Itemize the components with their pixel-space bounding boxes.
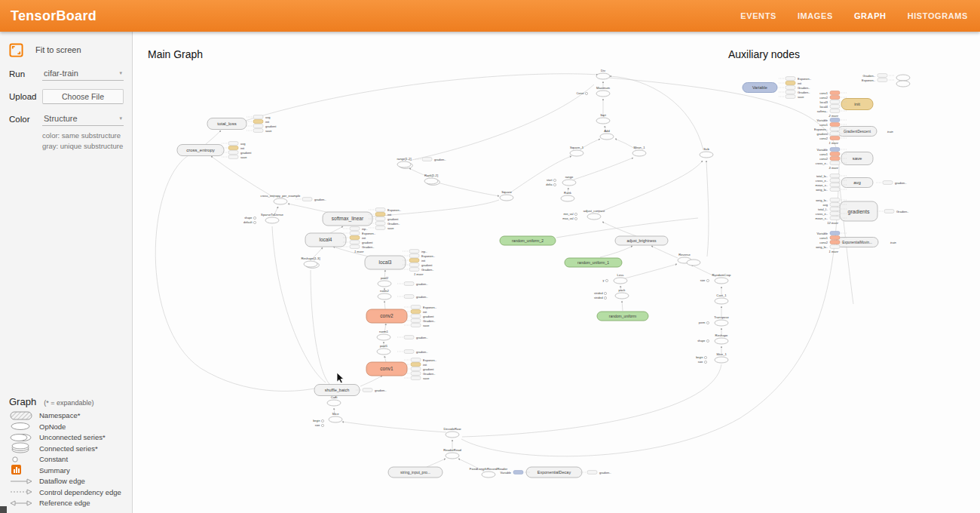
graph-op-div[interactable]: Div bbox=[596, 69, 610, 80]
choose-file-button[interactable]: Choose File bbox=[42, 89, 124, 104]
svg-text:Transpose: Transpose bbox=[714, 315, 729, 319]
graph-node-conv1[interactable]: conv1 bbox=[366, 362, 407, 376]
graph-node-exponentialdecay[interactable]: ExponentialDecay bbox=[526, 467, 582, 478]
svg-text:ExponentialMovin...: ExponentialMovin... bbox=[842, 241, 871, 244]
graph-node-init[interactable]: init bbox=[841, 99, 873, 110]
graph-node-string-input-pro-[interactable]: string_input_pro... bbox=[388, 467, 443, 478]
graph-op-transpose[interactable]: Transpose bbox=[714, 315, 729, 327]
graph-op-cross-entropy-per-example[interactable]: cross_entropy_per_example bbox=[261, 194, 302, 205]
graph-node-exponentialmovin-[interactable]: ExponentialMovin... bbox=[836, 238, 878, 247]
graph-const-begin[interactable]: begin bbox=[313, 419, 323, 422]
graph-op-decoderaw[interactable]: DecodeRaw bbox=[444, 427, 462, 438]
graph-node-avg[interactable]: avg bbox=[841, 178, 873, 188]
graph-node-gradientdescent[interactable]: GradientDescent bbox=[838, 127, 877, 137]
nav-tab-histograms[interactable]: HISTOGRAMS bbox=[908, 11, 968, 20]
graph-op-pool1[interactable]: pool1 bbox=[377, 344, 390, 355]
graph-op-square-1[interactable]: Square_1 bbox=[570, 146, 584, 157]
graph-const-shape[interactable]: shape bbox=[244, 217, 256, 220]
graph-op-rank[interactable]: Rank bbox=[561, 191, 574, 202]
graph-op-norm1[interactable]: norm1 bbox=[377, 330, 390, 341]
svg-text:conv1: conv1 bbox=[819, 152, 828, 156]
run-select[interactable]: cifar-train ▾ bbox=[42, 67, 124, 81]
graph-op-sub[interactable]: Sub bbox=[700, 147, 713, 158]
graph-op-pack[interactable]: pack bbox=[615, 288, 629, 300]
graph-op-randomcrop[interactable]: RandomCrop bbox=[712, 273, 732, 284]
svg-text:Div: Div bbox=[601, 69, 606, 72]
graph-node-cross-entropy[interactable]: cross_entropy bbox=[177, 145, 224, 156]
graph-op-reshape[interactable]: Reshape bbox=[715, 333, 728, 345]
svg-text:Maximum: Maximum bbox=[596, 86, 611, 90]
graph-const-size[interactable]: size bbox=[698, 361, 707, 364]
graph-op[interactable] bbox=[687, 260, 700, 266]
svg-text:Slice: Slice bbox=[332, 412, 339, 416]
graph-edge bbox=[462, 364, 721, 437]
color-select[interactable]: Structure ▾ bbox=[42, 112, 124, 126]
graph-const-delta[interactable]: delta bbox=[546, 183, 556, 186]
svg-text:train: train bbox=[890, 241, 897, 244]
graph-op-slice[interactable]: Slice bbox=[329, 412, 342, 423]
graph-op-reshape-1-3-[interactable]: Reshape[1-3] bbox=[301, 256, 320, 269]
graph-const-size[interactable]: size bbox=[315, 424, 324, 427]
graph-const-begin[interactable]: begin bbox=[696, 356, 706, 359]
graph-op-norm2[interactable]: norm2 bbox=[378, 289, 391, 300]
graph-op-range[interactable]: range bbox=[562, 175, 576, 186]
graph-node-total-loss[interactable]: total_loss bbox=[207, 118, 247, 130]
graph-node-random-uniform-2[interactable]: random_uniform_2 bbox=[500, 236, 556, 245]
graph-op-maximum[interactable]: Maximum bbox=[596, 86, 611, 97]
graph-node-local3[interactable]: local3 bbox=[365, 256, 406, 269]
graph-op-mean-1[interactable]: Mean_1 bbox=[632, 146, 646, 157]
graph-op-rank-1-2-[interactable]: Rank[1-2] bbox=[424, 174, 439, 186]
nav-tab-images[interactable]: IMAGES bbox=[798, 11, 833, 20]
graph-const-strided[interactable]: strided bbox=[594, 296, 607, 300]
graph-const-strided[interactable]: strided bbox=[594, 292, 607, 295]
nav-tab-events[interactable]: EVENTS bbox=[740, 11, 776, 20]
graph-node-adjust-brightness[interactable]: adjust_brightness bbox=[615, 236, 668, 245]
graph-node-shuffle-batch[interactable]: shuffle_batch bbox=[314, 385, 360, 396]
svg-text:y: y bbox=[603, 279, 605, 282]
graph-const-perm[interactable]: perm bbox=[699, 321, 709, 324]
graph-op[interactable] bbox=[896, 75, 910, 81]
graph-node-local4[interactable]: local4 bbox=[305, 233, 346, 247]
graph-const-default[interactable]: default bbox=[243, 221, 256, 224]
graph-canvas[interactable]: total_losscross_entropysoftmax_linearloc… bbox=[133, 32, 980, 513]
svg-text:cross_entropy: cross_entropy bbox=[186, 148, 215, 152]
graph-op-sqrt[interactable]: Sqrt bbox=[596, 113, 610, 124]
graph-op-pool2[interactable]: pool2 bbox=[378, 276, 391, 287]
graph-const-size[interactable]: size bbox=[700, 279, 709, 282]
graph-op-square[interactable]: Square bbox=[500, 190, 513, 201]
legend-item-summary: Summary bbox=[0, 465, 133, 476]
graph-op-range-1-2-[interactable]: range[1-2] bbox=[397, 157, 412, 169]
graph-op-slice-1[interactable]: Slice_1 bbox=[715, 352, 728, 364]
graph-edge bbox=[311, 270, 329, 384]
graph-node-variable[interactable]: Variable bbox=[743, 83, 777, 93]
fit-to-screen-label[interactable]: Fit to screen bbox=[35, 45, 81, 54]
graph-const-shape[interactable]: shape bbox=[697, 339, 709, 343]
graph-const-y[interactable]: y bbox=[603, 279, 608, 282]
fit-to-screen-icon[interactable] bbox=[9, 43, 23, 57]
graph-const-min-val[interactable]: min_val bbox=[563, 213, 577, 216]
graph-op-readerread[interactable]: ReaderRead bbox=[443, 448, 461, 459]
graph-annotations: train bbox=[890, 241, 897, 244]
graph-node-random-uniform-1[interactable]: random_uniform_1 bbox=[565, 258, 622, 267]
graph-op-add[interactable]: Add bbox=[600, 129, 614, 140]
graph-node-gradients[interactable]: gradients bbox=[840, 201, 877, 221]
graph-node-softmax-linear[interactable]: softmax_linear bbox=[323, 212, 372, 226]
svg-text:save: save bbox=[265, 129, 272, 133]
graph-node-random-uniform[interactable]: random_uniform bbox=[597, 312, 648, 321]
nav-tab-graph[interactable]: GRAPH bbox=[854, 11, 887, 20]
graph-const-max-val[interactable]: max_val bbox=[562, 217, 577, 220]
upload-label: Upload bbox=[9, 92, 42, 101]
svg-text:conv2: conv2 bbox=[380, 313, 394, 318]
graph-op-cast-1[interactable]: Cast_1 bbox=[715, 293, 728, 305]
legend-note: (* = expandable) bbox=[44, 399, 93, 407]
graph-op-cast[interactable]: Cast bbox=[327, 395, 341, 407]
graph-edge bbox=[330, 226, 343, 233]
svg-text:Square: Square bbox=[501, 190, 512, 194]
svg-text:cross_e..: cross_e.. bbox=[816, 179, 828, 183]
graph-node-conv2[interactable]: conv2 bbox=[366, 309, 407, 323]
graph-op-sparsetodense[interactable]: SparseToDense bbox=[261, 213, 283, 224]
graph-const-start[interactable]: start bbox=[547, 179, 556, 182]
graph-op[interactable] bbox=[896, 81, 910, 87]
graph-const-const[interactable]: Const bbox=[577, 92, 588, 95]
graph-op-adjust-contrast[interactable]: adjust_contrast bbox=[583, 209, 605, 220]
